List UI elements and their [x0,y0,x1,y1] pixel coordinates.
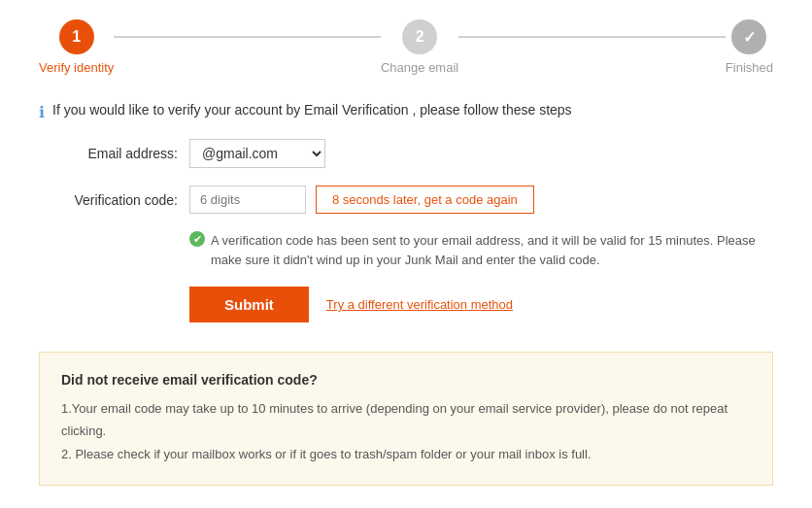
info-box: If you would like to verify your account… [39,102,773,121]
code-input[interactable] [189,186,306,214]
step-verify: 1 Verify identity [39,19,114,75]
note-text: A verification code has been sent to you… [211,231,764,269]
step-change-email-circle: 2 [402,19,437,54]
info-text: If you would like to verify your account… [52,102,572,118]
help-panel-title: Did not receive email verification code? [61,372,751,388]
help-panel-line-1: 1.Your email code may take up to 10 minu… [61,397,751,443]
email-label: Email address: [39,146,189,161]
submit-button[interactable]: Submit [189,287,309,322]
submit-row: Submit Try a different verification meth… [189,287,773,322]
step-verify-circle: 1 [59,19,94,54]
info-icon [39,103,45,121]
stepper: 1 Verify identity 2 Change email ✓ Finis… [0,0,812,85]
help-panel: Did not receive email verification code?… [39,352,773,486]
step-finished-circle: ✓ [731,19,766,54]
email-row: Email address: @gmail.com @yahoo.com @ho… [39,139,773,168]
code-label: Verification code: [39,192,189,208]
alt-method-link[interactable]: Try a different verification method [326,297,513,312]
step-change-email: 2 Change email [381,19,458,75]
code-row: Verification code: 8 seconds later, get … [39,186,773,214]
step-finished-label: Finished [726,60,773,75]
step-connector-2 [458,36,726,38]
verification-note: ✔ A verification code has been sent to y… [189,231,773,269]
check-icon: ✔ [189,231,205,247]
form-area: Email address: @gmail.com @yahoo.com @ho… [39,139,773,322]
email-select[interactable]: @gmail.com @yahoo.com @hotmail.com @outl… [189,139,325,168]
code-control: 8 seconds later, get a code again [189,186,534,214]
email-control: @gmail.com @yahoo.com @hotmail.com @outl… [189,139,325,168]
get-code-button[interactable]: 8 seconds later, get a code again [316,186,534,214]
step-change-email-label: Change email [381,60,458,75]
step-verify-label: Verify identity [39,60,114,75]
step-finished: ✓ Finished [726,19,773,75]
help-panel-line-2: 2. Please check if your mailbox works or… [61,443,751,465]
step-connector-1 [114,36,381,38]
